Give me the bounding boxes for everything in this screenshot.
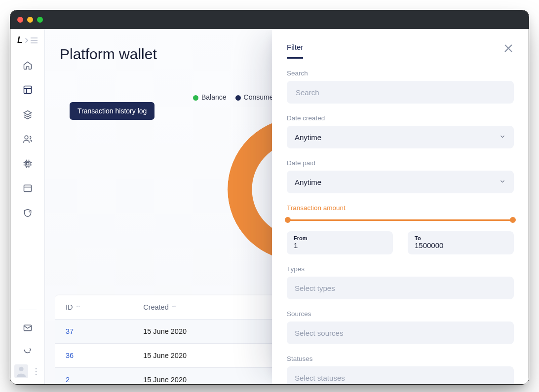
- sidebar-item-stack[interactable]: [18, 105, 38, 124]
- to-mini-label: To: [415, 235, 507, 241]
- cpu-icon: [23, 159, 33, 169]
- cell-created: 15 June 2020: [137, 368, 285, 385]
- users-icon: [23, 134, 33, 144]
- sidebar-divider: [19, 310, 37, 310]
- cell-id[interactable]: 2: [55, 368, 137, 385]
- search-label: Search: [287, 70, 514, 77]
- date-paid-select[interactable]: Anytime: [287, 171, 514, 193]
- svg-rect-3: [26, 163, 29, 165]
- search-input[interactable]: [295, 88, 506, 97]
- cell-created: 15 June 2020: [137, 320, 285, 344]
- menu-icon: [31, 37, 38, 43]
- date-created-label: Date created: [287, 114, 514, 122]
- date-created-select[interactable]: Anytime: [287, 126, 514, 148]
- cell-id[interactable]: 36: [55, 344, 137, 368]
- cell-created: 15 June 2020: [137, 344, 285, 368]
- slider-thumb-from[interactable]: [285, 217, 291, 223]
- sidebar-item-security[interactable]: [18, 203, 38, 223]
- amount-to-input[interactable]: To 1500000: [408, 231, 514, 254]
- slider-track-icon: [287, 219, 514, 221]
- window-minimize-icon[interactable]: [27, 17, 33, 23]
- layout-icon: [23, 85, 33, 95]
- close-icon: [503, 43, 514, 54]
- chevron-down-icon: [499, 133, 506, 142]
- legend-balance: Balance: [193, 93, 227, 101]
- svg-rect-0: [24, 86, 31, 94]
- search-input-wrap[interactable]: [287, 81, 514, 104]
- cell-id[interactable]: 37: [55, 320, 137, 344]
- sidebar-item-users[interactable]: [18, 129, 38, 149]
- date-paid-label: Date paid: [287, 159, 514, 167]
- window-zoom-icon[interactable]: [37, 17, 43, 23]
- dot-green-icon: [193, 95, 198, 101]
- app-window: L: [10, 10, 529, 385]
- forward-icon: [23, 345, 33, 355]
- svg-point-1: [25, 136, 28, 139]
- mail-icon: [23, 323, 33, 333]
- sidebar-item-dashboard[interactable]: [18, 80, 38, 100]
- main-content: Platform wallet Balance Consumers Transa…: [45, 29, 529, 384]
- amount-label: Transaction amount: [287, 204, 514, 212]
- types-label: Types: [287, 265, 514, 273]
- chart-legend: Balance Consumers: [193, 93, 279, 101]
- logo[interactable]: L: [17, 35, 38, 45]
- window-titlebar: [10, 10, 529, 29]
- sidebar-item-panel[interactable]: [18, 178, 38, 198]
- user-menu-button[interactable]: ⋮: [32, 367, 40, 376]
- avatar[interactable]: [14, 364, 28, 378]
- amount-slider[interactable]: [287, 215, 514, 224]
- col-id[interactable]: ID˄˅: [55, 295, 137, 320]
- chevron-down-icon: [499, 178, 506, 186]
- types-select[interactable]: Select types: [287, 277, 514, 299]
- col-created[interactable]: Created˄˅: [137, 295, 285, 320]
- amount-from-input[interactable]: From 1: [287, 231, 393, 254]
- sources-select[interactable]: Select sources: [287, 321, 514, 344]
- transaction-history-badge[interactable]: Transaction history log: [70, 102, 154, 120]
- to-value: 1500000: [415, 241, 507, 249]
- sidebar-item-home[interactable]: [18, 55, 38, 75]
- sort-icon: ˄˅: [172, 305, 176, 311]
- home-icon: [23, 60, 33, 70]
- slider-thumb-to[interactable]: [510, 217, 516, 223]
- sidebar-item-processor[interactable]: [18, 154, 38, 174]
- panel-icon: [23, 183, 33, 193]
- statuses-select[interactable]: Select statuses: [287, 366, 514, 384]
- from-value: 1: [294, 241, 386, 249]
- sidebar-item-forward[interactable]: [18, 343, 38, 356]
- sidebar-item-inbox[interactable]: [18, 318, 38, 338]
- window-close-icon[interactable]: [17, 17, 23, 23]
- sidebar: L: [10, 29, 45, 384]
- sort-icon: ˄˅: [76, 305, 80, 311]
- close-button[interactable]: [503, 43, 514, 56]
- sources-label: Sources: [287, 310, 514, 318]
- svg-rect-4: [24, 185, 31, 191]
- filter-panel: Filter Search Date created Anytime: [272, 29, 529, 384]
- layers-icon: [23, 109, 33, 119]
- from-mini-label: From: [294, 235, 386, 241]
- statuses-label: Statuses: [287, 355, 514, 362]
- chevron-right-icon: [25, 38, 29, 43]
- shield-icon: [23, 208, 33, 218]
- dot-navy-icon: [235, 95, 241, 101]
- filter-tab[interactable]: Filter: [287, 43, 303, 59]
- svg-rect-2: [25, 161, 30, 166]
- logo-mark-icon: L: [17, 35, 23, 45]
